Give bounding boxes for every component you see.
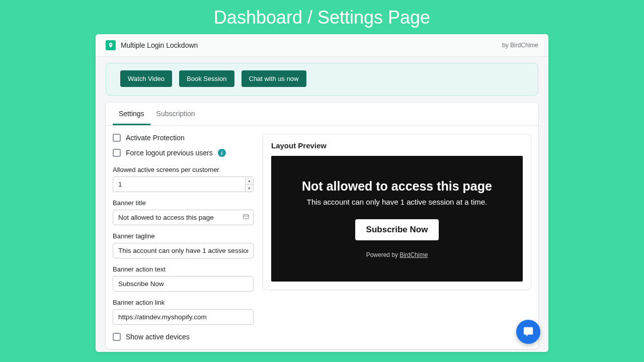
banner-action-text-input[interactable]: [113, 276, 254, 292]
activate-protection-checkbox[interactable]: [113, 134, 121, 142]
chat-now-button[interactable]: Chat with us now: [242, 70, 306, 87]
layout-preview-title: Layout Preview: [271, 141, 523, 150]
banner-action-link-label: Banner action link: [113, 299, 254, 306]
show-devices-checkbox[interactable]: [113, 333, 121, 341]
force-logout-checkbox[interactable]: [113, 149, 121, 157]
tabs: Settings Subscription: [106, 103, 538, 126]
card-icon: [243, 213, 250, 222]
app-logo-icon: [106, 40, 116, 50]
preview-heading: Not allowed to access this page: [302, 179, 492, 194]
preview-screen: Not allowed to access this page This acc…: [271, 156, 523, 282]
banner-title-label: Banner title: [113, 199, 254, 207]
preview-subheading: This account can only have 1 active sess…: [307, 198, 488, 206]
chat-widget-button[interactable]: [516, 320, 540, 344]
preview-subscribe-button[interactable]: Subscribe Now: [355, 219, 439, 240]
number-spinner[interactable]: ▲ ▼: [245, 177, 253, 192]
page-title: Dashboard / Settings Page: [0, 0, 644, 34]
allowed-screens-label: Allowed active screens per customer: [113, 166, 254, 173]
show-devices-label: Show active devices: [126, 333, 190, 341]
app-window: Multiple Login Lockdown by BirdChime Wat…: [96, 34, 548, 352]
layout-preview-card: Layout Preview Not allowed to access thi…: [263, 134, 531, 290]
spinner-down-icon[interactable]: ▼: [246, 185, 253, 192]
banner-title-input[interactable]: [113, 210, 254, 225]
spinner-up-icon[interactable]: ▲: [246, 177, 253, 185]
tab-subscription[interactable]: Subscription: [150, 103, 201, 125]
activate-protection-label: Activate Protection: [126, 134, 185, 142]
app-vendor: by BirdChime: [502, 42, 538, 49]
app-title: Multiple Login Lockdown: [121, 41, 198, 49]
watch-video-button[interactable]: Watch Video: [120, 70, 172, 87]
banner-tagline-input[interactable]: [113, 243, 254, 258]
preview-powered-by: Powered by BirdChime: [366, 251, 428, 258]
help-banner: Watch Video Book Session Chat with us no…: [106, 63, 538, 96]
allowed-screens-input[interactable]: [113, 176, 254, 192]
book-session-button[interactable]: Book Session: [179, 70, 234, 87]
app-header: Multiple Login Lockdown by BirdChime: [96, 34, 548, 57]
info-icon[interactable]: i: [218, 149, 226, 157]
force-logout-label: Force logout previous users: [126, 149, 213, 157]
svg-rect-0: [244, 214, 249, 218]
settings-card: Settings Subscription Activate Protectio…: [106, 103, 538, 349]
preview-birdchime-link[interactable]: BirdChime: [399, 251, 428, 258]
banner-tagline-label: Banner tagline: [113, 232, 254, 240]
banner-action-link-input[interactable]: [113, 309, 254, 325]
tab-settings[interactable]: Settings: [113, 103, 150, 125]
banner-action-text-label: Banner action text: [113, 265, 254, 273]
